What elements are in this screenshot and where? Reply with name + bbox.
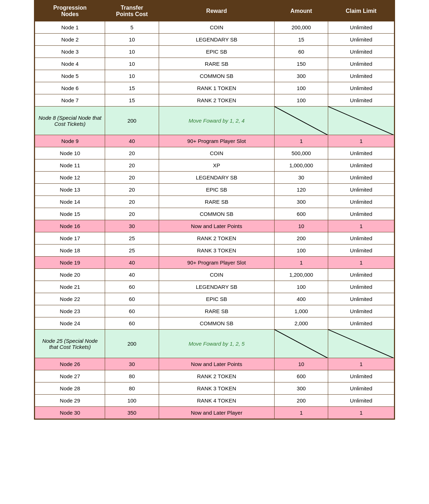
reward-cell: RANK 3 TOKEN — [159, 382, 274, 395]
amount-cell: 300 — [274, 196, 328, 208]
amount-cell: 10 — [274, 358, 328, 370]
reward-cell: COIN — [159, 147, 274, 159]
table-row: Node 1420RARE SB300Unlimited — [35, 196, 394, 208]
cost-cell: 200 — [105, 330, 159, 358]
node-name-cell: Node 4 — [35, 58, 105, 70]
node-name-cell: Node 28 — [35, 382, 105, 395]
reward-cell: EPIC SB — [159, 293, 274, 305]
node-name-cell: Node 2 — [35, 34, 105, 46]
limit-cell — [328, 330, 394, 358]
limit-cell: Unlimited — [328, 244, 394, 257]
table-row: Node 25 (Special Node that Cost Tickets)… — [35, 330, 394, 358]
reward-cell: Now and Later Points — [159, 358, 274, 370]
node-name-cell: Node 22 — [35, 293, 105, 305]
node-name-cell: Node 12 — [35, 172, 105, 184]
amount-cell: 400 — [274, 293, 328, 305]
limit-cell: 1 — [328, 135, 394, 147]
table-row: Node 615RANK 1 TOKEN100Unlimited — [35, 82, 394, 94]
amount-cell: 300 — [274, 382, 328, 395]
cost-cell: 40 — [105, 269, 159, 281]
limit-cell: Unlimited — [328, 232, 394, 244]
node-name-cell: Node 17 — [35, 232, 105, 244]
limit-cell: Unlimited — [328, 281, 394, 293]
cost-cell: 60 — [105, 293, 159, 305]
amount-cell: 100 — [274, 244, 328, 257]
cost-cell: 25 — [105, 244, 159, 257]
table-row: Node 1825RANK 3 TOKEN100Unlimited — [35, 244, 394, 257]
node-name-cell: Node 16 — [35, 220, 105, 232]
table-row: Node 1630Now and Later Points101 — [35, 220, 394, 232]
limit-cell: Unlimited — [328, 82, 394, 94]
table-row: Node 2040COIN1,200,000Unlimited — [35, 269, 394, 281]
limit-cell: Unlimited — [328, 317, 394, 330]
table-row: Node 715RANK 2 TOKEN100Unlimited — [35, 94, 394, 107]
cost-cell: 80 — [105, 382, 159, 395]
reward-cell: RANK 2 TOKEN — [159, 232, 274, 244]
amount-cell: 200 — [274, 232, 328, 244]
node-name-cell: Node 8 (Special Node that Cost Tickets) — [35, 107, 105, 135]
cost-cell: 60 — [105, 317, 159, 330]
node-name-cell: Node 30 — [35, 407, 105, 419]
amount-cell: 100 — [274, 281, 328, 293]
reward-cell: RANK 1 TOKEN — [159, 82, 274, 94]
node-name-cell: Node 24 — [35, 317, 105, 330]
reward-cell: LEGENDARY SB — [159, 281, 274, 293]
node-name-cell: Node 25 (Special Node that Cost Tickets) — [35, 330, 105, 358]
table-row: Node 1020COIN500,000Unlimited — [35, 147, 394, 159]
node-name-cell: Node 7 — [35, 94, 105, 107]
table-row: Node 410RARE SB150Unlimited — [35, 58, 394, 70]
reward-cell: RARE SB — [159, 196, 274, 208]
reward-cell: Move Foward by 1, 2, 5 — [159, 330, 274, 358]
node-name-cell: Node 19 — [35, 257, 105, 269]
cost-cell: 5 — [105, 21, 159, 34]
limit-cell: Unlimited — [328, 21, 394, 34]
table-row: Node 30350Now and Later Player11 — [35, 407, 394, 419]
table-row: Node 94090+ Program Player Slot11 — [35, 135, 394, 147]
table-row: Node 8 (Special Node that Cost Tickets)2… — [35, 107, 394, 135]
limit-cell: 1 — [328, 407, 394, 419]
limit-cell: Unlimited — [328, 46, 394, 58]
reward-cell: EPIC SB — [159, 46, 274, 58]
node-name-cell: Node 6 — [35, 82, 105, 94]
amount-cell: 1 — [274, 257, 328, 269]
node-name-cell: Node 14 — [35, 196, 105, 208]
table-row: Node 2880RANK 3 TOKEN300Unlimited — [35, 382, 394, 395]
table-row: Node 2160LEGENDARY SB100Unlimited — [35, 281, 394, 293]
node-name-cell: Node 21 — [35, 281, 105, 293]
node-name-cell: Node 20 — [35, 269, 105, 281]
reward-cell: Move Foward by 1, 2, 4 — [159, 107, 274, 135]
table-row: Node 194090+ Program Player Slot11 — [35, 257, 394, 269]
reward-cell: 90+ Program Player Slot — [159, 257, 274, 269]
amount-cell: 15 — [274, 34, 328, 46]
cost-cell: 10 — [105, 34, 159, 46]
node-name-cell: Node 1 — [35, 21, 105, 34]
table-row: Node 1120XP1,000,000Unlimited — [35, 159, 394, 172]
limit-cell — [328, 107, 394, 135]
cost-cell: 10 — [105, 58, 159, 70]
reward-cell: XP — [159, 159, 274, 172]
cost-cell: 15 — [105, 82, 159, 94]
limit-cell: Unlimited — [328, 269, 394, 281]
table-row: Node 2360RARE SB1,000Unlimited — [35, 305, 394, 317]
table-row: Node 2460COMMON SB2,000Unlimited — [35, 317, 394, 330]
amount-cell: 1 — [274, 407, 328, 419]
svg-line-2 — [275, 330, 328, 358]
amount-cell: 100 — [274, 94, 328, 107]
node-name-cell: Node 9 — [35, 135, 105, 147]
cost-cell: 60 — [105, 281, 159, 293]
amount-cell: 1,200,000 — [274, 269, 328, 281]
reward-cell: COMMON SB — [159, 70, 274, 82]
reward-cell: LEGENDARY SB — [159, 34, 274, 46]
table-row: Node 510COMMON SB300Unlimited — [35, 70, 394, 82]
amount-cell: 120 — [274, 184, 328, 196]
limit-cell: Unlimited — [328, 395, 394, 407]
limit-cell: Unlimited — [328, 208, 394, 220]
reward-cell: RARE SB — [159, 58, 274, 70]
limit-cell: Unlimited — [328, 184, 394, 196]
header-row: ProgressionNodes TransferPoints Cost Rew… — [35, 1, 394, 21]
amount-cell: 200 — [274, 395, 328, 407]
cost-cell: 80 — [105, 370, 159, 382]
amount-cell — [274, 107, 328, 135]
limit-cell: Unlimited — [328, 293, 394, 305]
reward-cell: Now and Later Player — [159, 407, 274, 419]
